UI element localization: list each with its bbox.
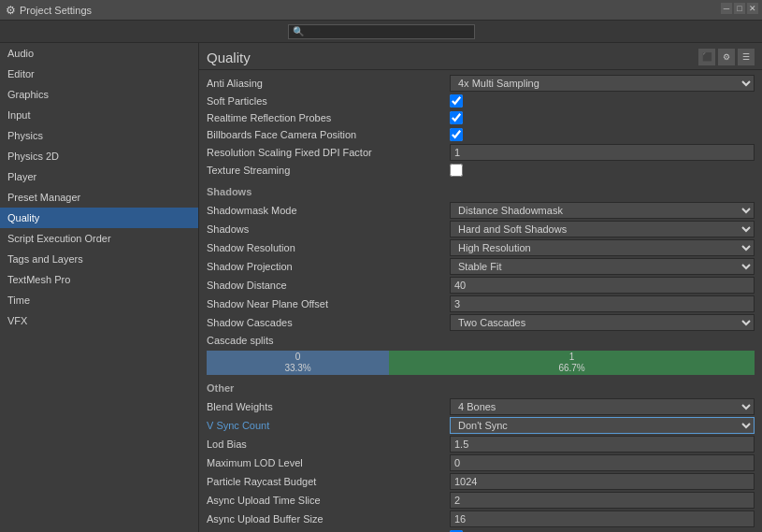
setting-row-realtime-reflection-probes: Realtime Reflection Probes — [207, 109, 755, 126]
header-icon-menu[interactable]: ☰ — [738, 49, 755, 65]
async-upload-buffer-size-label: Async Upload Buffer Size — [207, 513, 450, 525]
title-bar-icon: ⚙ — [6, 4, 16, 17]
async-upload-time-slice-label: Async Upload Time Slice — [207, 495, 450, 506]
resolution-scaling-input[interactable] — [450, 144, 755, 161]
anti-aliasing-dropdown[interactable]: 4x Multi Sampling — [450, 75, 755, 92]
close-button[interactable]: ✕ — [747, 3, 758, 14]
header-icons: ⬛ ⚙ ☰ — [698, 49, 755, 65]
sidebar-item-preset-manager[interactable]: Preset Manager — [0, 187, 198, 208]
shadow-resolution-label: Shadow Resolution — [207, 242, 450, 253]
cascade-0-value: 0 — [295, 352, 301, 363]
setting-row-shadow-distance: Shadow Distance — [207, 276, 755, 295]
setting-row-resolution-scaling: Resolution Scaling Fixed DPI Factor — [207, 143, 755, 162]
shadow-near-plane-offset-label: Shadow Near Plane Offset — [207, 298, 450, 309]
cascade-segment-0[interactable]: 0 33.3% — [207, 351, 389, 375]
rendering-settings: Anti Aliasing 4x Multi Sampling Soft Par… — [199, 70, 762, 532]
title-bar-controls: ─ □ ✕ — [721, 3, 758, 14]
v-sync-count-dropdown[interactable]: Don't Sync — [450, 417, 755, 434]
sidebar-item-physics[interactable]: Physics — [0, 125, 198, 146]
shadows-label: Shadows — [207, 223, 450, 235]
setting-row-soft-particles: Soft Particles — [207, 93, 755, 109]
shadow-resolution-dropdown[interactable]: High Resolution — [450, 239, 755, 256]
sidebar-item-script-execution-order[interactable]: Script Execution Order — [0, 228, 198, 249]
content-area: Quality ⬛ ⚙ ☰ Anti Aliasing 4x Multi Sam… — [199, 43, 762, 532]
sidebar-item-vfx[interactable]: VFX — [0, 310, 198, 331]
sidebar-item-physics2d[interactable]: Physics 2D — [0, 146, 198, 166]
sidebar-item-quality[interactable]: Quality — [0, 208, 198, 228]
async-upload-time-slice-input[interactable] — [450, 492, 755, 509]
cascade-1-percent: 66.7% — [558, 363, 584, 374]
shadow-cascades-label: Shadow Cascades — [207, 317, 450, 328]
shadow-distance-label: Shadow Distance — [207, 280, 450, 291]
lod-bias-input[interactable] — [450, 436, 755, 453]
setting-row-blend-weights: Blend Weights 4 Bones — [207, 397, 755, 416]
texture-streaming-checkbox[interactable] — [450, 164, 463, 177]
blend-weights-dropdown[interactable]: 4 Bones — [450, 398, 755, 415]
search-input[interactable] — [288, 24, 475, 39]
setting-row-anti-aliasing: Anti Aliasing 4x Multi Sampling — [207, 74, 755, 93]
shadow-cascades-dropdown[interactable]: Two Cascades — [450, 314, 755, 331]
texture-streaming-label: Texture Streaming — [207, 165, 450, 176]
setting-row-maximum-lod-level: Maximum LOD Level — [207, 453, 755, 472]
setting-row-shadow-near-plane-offset: Shadow Near Plane Offset — [207, 295, 755, 313]
anti-aliasing-label: Anti Aliasing — [207, 78, 450, 89]
sidebar-item-editor[interactable]: Editor — [0, 64, 198, 84]
minimize-button[interactable]: ─ — [721, 3, 732, 14]
billboards-face-camera-position-label: Billboards Face Camera Position — [207, 129, 450, 140]
soft-particles-checkbox[interactable] — [450, 94, 463, 108]
v-sync-count-label: V Sync Count — [207, 420, 450, 431]
realtime-reflection-probes-label: Realtime Reflection Probes — [207, 112, 450, 123]
shadow-distance-input[interactable] — [450, 277, 755, 294]
header-icon-settings[interactable]: ⚙ — [718, 49, 735, 65]
resolution-scaling-label: Resolution Scaling Fixed DPI Factor — [207, 147, 450, 158]
particle-raycast-budget-label: Particle Raycast Budget — [207, 476, 450, 487]
setting-row-particle-raycast-budget: Particle Raycast Budget — [207, 472, 755, 491]
maximum-lod-level-input[interactable] — [450, 454, 755, 471]
maximize-button[interactable]: □ — [734, 3, 745, 14]
sidebar-item-tags-and-layers[interactable]: Tags and Layers — [0, 249, 198, 269]
sidebar-item-input[interactable]: Input — [0, 105, 198, 125]
sidebar-item-textmesh-pro[interactable]: TextMesh Pro — [0, 269, 198, 290]
sidebar-item-time[interactable]: Time — [0, 290, 198, 310]
sidebar-item-audio[interactable]: Audio — [0, 43, 198, 64]
setting-row-async-upload-buffer-size: Async Upload Buffer Size — [207, 510, 755, 528]
main-layout: Audio Editor Graphics Input Physics Phys… — [0, 43, 762, 532]
setting-row-billboards-face-camera-position: Billboards Face Camera Position — [207, 126, 755, 143]
cascade-splits-bar[interactable]: 0 33.3% 1 66.7% — [207, 351, 755, 375]
lod-bias-label: Lod Bias — [207, 439, 450, 450]
shadow-projection-label: Shadow Projection — [207, 261, 450, 272]
async-upload-buffer-size-input[interactable] — [450, 510, 755, 527]
sidebar-item-player[interactable]: Player — [0, 166, 198, 187]
header-icon-bookmark[interactable]: ⬛ — [698, 49, 715, 65]
other-section-header: Other — [207, 382, 755, 394]
shadows-section-header: Shadows — [207, 186, 755, 197]
cascade-splits-label: Cascade splits — [207, 335, 450, 346]
maximum-lod-level-label: Maximum LOD Level — [207, 457, 450, 468]
shadowmask-mode-dropdown[interactable]: Distance Shadowmask — [450, 202, 755, 219]
sidebar-item-graphics[interactable]: Graphics — [0, 84, 198, 105]
setting-row-shadow-projection: Shadow Projection Stable Fit — [207, 257, 755, 276]
shadow-near-plane-offset-input[interactable] — [450, 295, 755, 312]
setting-row-texture-streaming: Texture Streaming — [207, 162, 755, 179]
content-header: Quality ⬛ ⚙ ☰ — [199, 43, 762, 70]
setting-row-lod-bias: Lod Bias — [207, 435, 755, 453]
title-bar-text: Project Settings — [20, 5, 92, 16]
blend-weights-label: Blend Weights — [207, 401, 450, 412]
shadows-dropdown[interactable]: Hard and Soft Shadows — [450, 221, 755, 237]
shadow-projection-dropdown[interactable]: Stable Fit — [450, 258, 755, 275]
realtime-reflection-probes-checkbox[interactable] — [450, 111, 463, 124]
setting-row-async-upload-persistent-buffer: Async Upload Persistent Buffer — [207, 528, 755, 532]
setting-row-shadowmask-mode: Shadowmask Mode Distance Shadowmask — [207, 201, 755, 220]
setting-row-cascade-splits-label: Cascade splits — [207, 332, 755, 349]
soft-particles-label: Soft Particles — [207, 95, 450, 107]
search-bar — [0, 21, 762, 43]
setting-row-v-sync-count: V Sync Count Don't Sync — [207, 416, 755, 435]
content-title: Quality — [207, 50, 251, 65]
cascade-segment-1[interactable]: 1 66.7% — [389, 351, 755, 375]
particle-raycast-budget-input[interactable] — [450, 473, 755, 490]
billboards-face-camera-position-checkbox[interactable] — [450, 128, 463, 141]
setting-row-shadows: Shadows Hard and Soft Shadows — [207, 220, 755, 238]
setting-row-shadow-resolution: Shadow Resolution High Resolution — [207, 238, 755, 257]
sidebar: Audio Editor Graphics Input Physics Phys… — [0, 43, 199, 532]
shadowmask-mode-label: Shadowmask Mode — [207, 205, 450, 216]
